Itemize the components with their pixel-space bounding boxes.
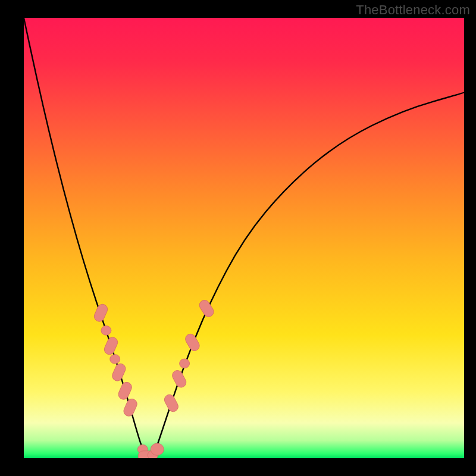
data-marker (122, 397, 139, 418)
data-marker (198, 298, 215, 318)
data-marker (184, 332, 202, 352)
data-marker (180, 359, 190, 368)
chart-overlay-svg (24, 18, 464, 458)
data-marker (117, 381, 133, 401)
plot-area (24, 18, 464, 458)
markers-group (93, 298, 216, 458)
data-marker (93, 303, 109, 323)
data-marker (103, 336, 120, 356)
watermark-text: TheBottleneck.com (356, 2, 470, 18)
data-marker (110, 355, 120, 364)
bottleneck-curve (24, 18, 464, 458)
data-marker (151, 443, 164, 455)
data-marker (111, 362, 127, 383)
data-marker (101, 326, 111, 336)
chart-frame: TheBottleneck.com (0, 0, 476, 476)
data-marker (171, 369, 188, 389)
data-marker (162, 393, 180, 413)
